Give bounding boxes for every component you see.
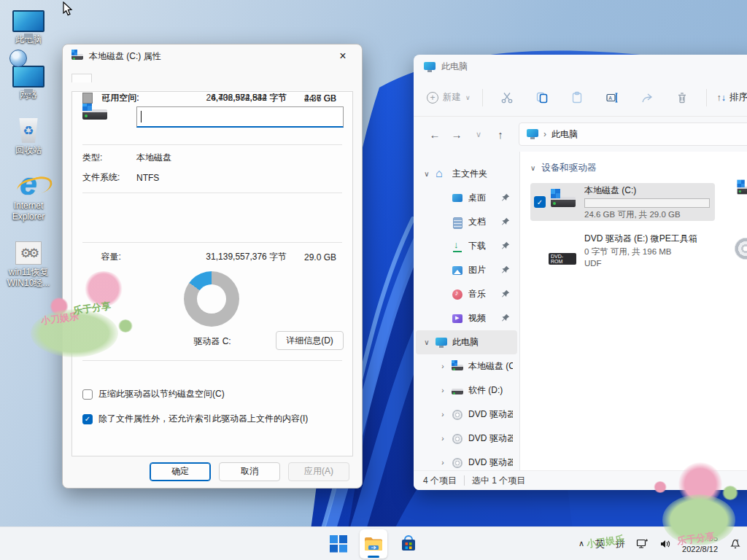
partial-drive-icon[interactable] (735, 185, 747, 195)
cancel-button[interactable]: 取消 (219, 462, 280, 481)
new-button[interactable]: + 新建 ∨ (427, 91, 471, 104)
sidebar-item-home[interactable]: ∨ 主文件夹 (416, 162, 517, 186)
desktop-icon-recycle-bin[interactable]: ♻ 回收站 (0, 111, 57, 156)
microsoft-store-button[interactable] (395, 529, 422, 559)
dialog-tab-security[interactable] (153, 74, 174, 82)
sidebar-item-label: 本地磁盘 (C:) (468, 360, 513, 373)
pin-icon (501, 217, 510, 226)
up-icon[interactable]: ↑ (491, 128, 510, 141)
sidebar-chevron-icon[interactable]: › (439, 386, 446, 394)
dialog-tab-quota[interactable] (174, 74, 194, 82)
start-button[interactable] (325, 529, 352, 559)
taskbar-clock[interactable]: 14:55 2022/8/12 (682, 533, 718, 555)
sidebar-chevron-icon[interactable]: › (439, 435, 446, 443)
sidebar-item-icon (452, 433, 463, 445)
sidebar-item-dvd-f[interactable]: › DVD 驱动器 (F:) (416, 427, 517, 451)
ime-pinyin-indicator[interactable]: 拼 (616, 537, 625, 551)
sidebar-item-label: DVD 驱动器 (E:) (468, 408, 513, 421)
sort-button[interactable]: ↑↓ 排序 (717, 91, 747, 104)
dialog-title: 本地磁盘 (C:) 属性 (89, 50, 161, 63)
sidebar-item-icon (452, 361, 463, 373)
sidebar-item-this-pc[interactable]: ∨ 此电脑 (416, 330, 517, 354)
sidebar-item-videos[interactable]: 视频 (416, 306, 517, 330)
sidebar-item-dvd-f2[interactable]: › DVD 驱动器 (F:) (416, 451, 517, 470)
sidebar-item-dvd-e[interactable]: › DVD 驱动器 (E:) (416, 402, 517, 427)
notification-bell-icon[interactable]: z (729, 537, 741, 550)
capacity-label: 容量: (101, 251, 183, 263)
index-checkbox-label: 除了文件属性外，还允许索引此驱动器上文件的内容(I) (98, 413, 308, 425)
sidebar-item-desktop[interactable]: 桌面 (416, 186, 517, 210)
disk-properties-dialog: 本地磁盘 (C:) 属性 × 类型: 本地磁盘 文件系统: NTFS 已用空间:… (62, 44, 363, 489)
taskbar: ∧ 英 拼 14:55 2022/8/12 (0, 526, 747, 560)
sidebar-chevron-icon[interactable]: ∨ (423, 170, 430, 178)
drive-tile-local-disk-c[interactable]: ✓ 本地磁盘 (C:) 24.6 GB 可用, 共 29.0 GB (530, 183, 715, 221)
dialog-tab-general[interactable] (71, 74, 92, 82)
space-bytes: 26,436,972,544 字节 (184, 92, 287, 104)
cut-icon[interactable] (495, 91, 519, 104)
details-button[interactable]: 详细信息(D) (276, 331, 344, 350)
text-caret (141, 111, 142, 122)
desktop-icon-network[interactable]: 网络 (0, 55, 57, 101)
explorer-titlebar[interactable]: 此电脑 (414, 55, 747, 79)
sidebar-item-icon (452, 265, 463, 276)
desktop-icon-label: 回收站 (15, 145, 42, 156)
dialog-tab-sharing[interactable] (133, 74, 153, 82)
tile-checkbox[interactable]: ✓ (534, 196, 546, 208)
dialog-tab-hardware[interactable] (112, 74, 133, 82)
sidebar-chevron-icon[interactable]: › (439, 411, 446, 419)
breadcrumb[interactable]: › 此电脑 (519, 122, 747, 146)
drive-name: 本地磁盘 (C:) (584, 184, 711, 197)
dialog-tab-tools[interactable] (92, 74, 112, 82)
sidebar-item-label: 桌面 (468, 192, 486, 204)
sidebar-item-label: 主文件夹 (452, 168, 487, 180)
network-icon[interactable] (636, 538, 649, 549)
desktop-icon-win11-restore[interactable]: ⚙⚙ win11恢复 WIN10经... (0, 233, 57, 289)
sidebar-item-music[interactable]: 音乐 (416, 282, 517, 306)
dialog-titlebar[interactable]: 本地磁盘 (C:) 属性 × (63, 44, 362, 68)
share-icon[interactable] (635, 91, 659, 104)
partial-dvd-icon[interactable] (735, 238, 747, 260)
drive-tile-dvd-e[interactable]: ✓ DVD-ROM DVD 驱动器 (E:) 微PE工具箱 0 字节 可用, 共… (530, 231, 715, 269)
sidebar-item-documents[interactable]: 文档 (416, 210, 517, 234)
tray-time: 14:55 (682, 533, 718, 544)
sidebar-item-drive-d[interactable]: › 软件 (D:) (416, 378, 517, 402)
sidebar-item-pictures[interactable]: 图片 (416, 258, 517, 282)
compress-checkbox[interactable] (82, 389, 93, 400)
close-icon[interactable]: × (333, 50, 353, 63)
copy-icon[interactable] (530, 91, 554, 104)
tray-chevron-icon[interactable]: ∧ (578, 539, 584, 548)
desktop-icon-this-pc[interactable]: 此电脑 (0, 0, 57, 45)
pin-icon (501, 314, 510, 322)
explorer-sidebar: ∨ 主文件夹 桌面 文档 下载 (414, 152, 520, 470)
delete-icon[interactable] (670, 91, 694, 104)
file-explorer-taskbar-button[interactable] (360, 529, 387, 559)
group-header[interactable]: ∨ 设备和驱动器 (530, 162, 747, 174)
this-pc-icon (527, 128, 538, 140)
apply-button[interactable]: 应用(A) (288, 462, 349, 481)
desktop-icon-internet-explorer[interactable]: e Internet Explorer (0, 166, 57, 222)
filesystem-value: NTFS (136, 173, 159, 183)
ok-button[interactable]: 确定 (150, 462, 211, 481)
breadcrumb-item[interactable]: 此电脑 (551, 128, 578, 141)
item-count: 4 个项目 (423, 475, 457, 487)
rename-icon[interactable]: A (600, 91, 624, 104)
volume-icon[interactable] (659, 539, 671, 549)
forward-icon[interactable]: → (447, 128, 466, 141)
sidebar-chevron-icon[interactable]: › (439, 459, 446, 467)
history-dropdown-icon[interactable]: ∨ (469, 130, 488, 139)
dialog-tabs (71, 74, 194, 82)
sidebar-item-downloads[interactable]: 下载 (416, 234, 517, 258)
sidebar-item-drive-c[interactable]: › 本地磁盘 (C:) (416, 354, 517, 378)
sidebar-item-icon (452, 313, 463, 324)
sidebar-chevron-icon[interactable]: ∨ (423, 338, 430, 346)
system-tray: ∧ 英 拼 14:55 2022/8/12 (578, 527, 741, 560)
sidebar-chevron-icon[interactable]: › (439, 362, 446, 370)
back-icon[interactable]: ← (425, 128, 444, 141)
paste-icon[interactable] (565, 91, 589, 104)
volume-label-input[interactable] (136, 106, 344, 128)
ime-lang-indicator[interactable]: 英 (595, 537, 605, 551)
index-checkbox[interactable]: ✓ (82, 414, 93, 424)
usage-donut (184, 271, 239, 327)
drive-name: DVD 驱动器 (E:) 微PE工具箱 (584, 233, 711, 245)
explorer-content: ∨ 设备和驱动器 ✓ 本地磁盘 (C:) 24.6 GB 可用, 共 29.0 … (520, 152, 747, 470)
